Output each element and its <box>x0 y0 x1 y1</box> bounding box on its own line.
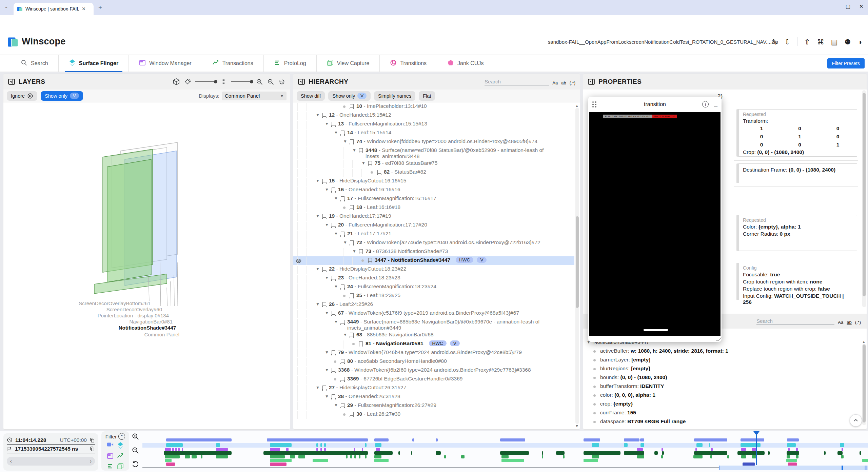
timeline-overview-strip[interactable] <box>719 466 868 470</box>
trace-segment-protolog[interactable] <box>444 455 446 458</box>
proto-row[interactable]: barrierLayer: [empty] <box>583 356 861 365</box>
trace-segment-window-manager[interactable] <box>216 448 228 451</box>
transactions-icon[interactable] <box>117 453 124 461</box>
chip-show-diff[interactable]: Show diff <box>297 91 325 101</box>
screen-recording-icon[interactable] <box>107 442 114 451</box>
trace-segment-screen-recording[interactable] <box>741 438 764 441</box>
trace-segment-transactions[interactable] <box>542 451 543 455</box>
trace-segment-window-manager[interactable] <box>182 448 183 451</box>
expand-arrow-icon[interactable]: ▼ <box>316 301 322 307</box>
tree-row[interactable]: ▼16 - OneHanded:16:16#16 <box>293 186 574 195</box>
expand-arrow-icon[interactable]: ▼ <box>316 178 322 183</box>
rotation-icon[interactable] <box>184 78 191 85</box>
tree-row[interactable]: ▼14 - Leaf:15:15#14 <box>293 129 574 138</box>
zoom-out-icon[interactable] <box>267 78 274 85</box>
trace-segment-window-manager[interactable] <box>711 448 713 451</box>
trace-segment-protolog[interactable] <box>192 455 197 458</box>
trace-segment-protolog[interactable] <box>346 455 348 458</box>
trace-segment-window-manager[interactable] <box>796 448 798 451</box>
trace-segment-window-manager[interactable] <box>362 448 363 451</box>
tree-row[interactable]: ▼24 - FullscreenMagnification:18:23#24 <box>293 283 574 292</box>
tree-row[interactable]: ▼75 - ed70f88 StatusBar#75 <box>293 159 574 168</box>
trace-segment-protolog[interactable] <box>563 455 565 458</box>
tab-protolog[interactable]: ProtoLog <box>264 55 317 72</box>
trace-segment-transactions[interactable] <box>737 451 765 455</box>
trace-segment-transactions[interactable] <box>500 451 529 455</box>
trace-segment-surface-flinger[interactable] <box>741 443 761 447</box>
tab-search-chevron-icon[interactable]: ⌄ <box>4 4 8 9</box>
proto-row[interactable]: blurRegions: [empty] <box>583 365 861 374</box>
trace-segment-transactions[interactable] <box>398 451 400 455</box>
properties-scrollbar[interactable] <box>862 90 866 307</box>
scroll-down-icon[interactable]: ▼ <box>575 424 579 428</box>
tree-row[interactable]: ▼22 - HideDisplayCutout:18:23#22 <box>293 265 574 274</box>
expand-arrow-icon[interactable]: ▼ <box>343 332 350 337</box>
trace-segment-surface-flinger[interactable] <box>840 443 844 447</box>
tab-surface-flinger[interactable]: Surface Flinger <box>59 55 129 72</box>
trace-segment-view-capture[interactable] <box>313 459 328 462</box>
view-capture-icon[interactable] <box>117 463 124 471</box>
tab-transitions[interactable]: Transitions <box>380 55 437 72</box>
tree-row[interactable]: ▼26 - Leaf:24:25#26 <box>293 300 574 309</box>
collapse-panel-icon[interactable] <box>588 78 595 85</box>
tree-row[interactable]: ▼79 - WindowToken{7046b4a type=2024 andr… <box>293 349 574 357</box>
trace-segment-screen-recording[interactable] <box>624 438 639 441</box>
trace-segment-surface-flinger[interactable] <box>216 443 220 447</box>
trace-segment-protolog[interactable] <box>354 455 356 458</box>
trace-segment-view-capture[interactable] <box>501 459 524 462</box>
timeline-pager[interactable]: ‹ › <box>7 457 95 466</box>
trace-segment-view-capture[interactable] <box>584 459 598 462</box>
expand-arrow-icon[interactable]: ▼ <box>361 160 368 165</box>
copy-icon[interactable] <box>90 446 95 452</box>
layer-label[interactable]: NotificationShade#3447 <box>119 325 176 331</box>
download-icon[interactable]: ⇩ <box>784 38 790 45</box>
timeline-zoom-in-icon[interactable] <box>132 433 139 440</box>
proto-row[interactable]: bufferTransform: IDENTITY <box>583 382 861 391</box>
trace-segment-surface-flinger[interactable] <box>640 443 644 447</box>
edit-icon[interactable]: ✎ <box>772 38 778 45</box>
trace-segment-screen-recording[interactable] <box>694 438 727 441</box>
expand-arrow-icon[interactable]: ▼ <box>352 248 359 254</box>
trace-segment-transactions[interactable] <box>860 451 861 455</box>
trace-segment-screen-recording[interactable] <box>787 438 799 441</box>
window-manager-icon[interactable] <box>107 453 114 461</box>
human-timestamp[interactable]: 11:04:14.228 <box>15 437 46 443</box>
tree-row[interactable]: ▼21 - Leaf:17:17#21 <box>293 230 574 239</box>
trace-segment-protolog[interactable] <box>374 455 381 458</box>
trace-segment-screen-recording[interactable] <box>640 438 644 441</box>
window-maximize-icon[interactable]: ▢ <box>846 3 850 9</box>
expand-arrow-icon[interactable]: ▼ <box>325 367 332 372</box>
expand-arrow-icon[interactable]: ▼ <box>352 147 359 153</box>
trace-segment-protolog[interactable] <box>787 455 790 458</box>
surface-flinger-icon[interactable] <box>117 442 124 451</box>
scroll-up-icon[interactable]: ▲ <box>575 104 579 108</box>
tree-row[interactable]: ▼3368 - WindowToken{f6b2f60 type=2024 an… <box>293 366 574 375</box>
chip-simplify-names[interactable]: Simplify names <box>374 91 415 101</box>
page-next-icon[interactable]: › <box>90 458 92 464</box>
trace-segment-surface-flinger[interactable] <box>696 443 703 447</box>
trace-segment-window-manager[interactable] <box>637 448 643 451</box>
collapse-timeline-button[interactable] <box>850 414 862 427</box>
tree-row[interactable]: ▼13 - FullscreenMagnification:15:15#13 <box>293 120 574 129</box>
trace-segment-transactions[interactable] <box>654 451 658 455</box>
proto-row[interactable]: crop: {empty} <box>583 400 861 409</box>
shortcuts-icon[interactable]: ⌘ <box>817 38 824 45</box>
nano-timestamp[interactable]: 1715339054227572545 ns <box>15 446 78 452</box>
expand-arrow-icon[interactable]: ▼ <box>316 385 322 390</box>
trace-segment-view-capture[interactable] <box>786 459 797 462</box>
popup-header[interactable]: transition i _ <box>588 97 722 112</box>
trace-segment-protolog[interactable] <box>365 455 367 458</box>
trace-segment-protolog[interactable] <box>290 455 295 458</box>
trace-segment-protolog[interactable] <box>710 455 712 458</box>
show-only-chip-layers[interactable]: Show only V <box>41 91 83 101</box>
tree-row[interactable]: ▼3448 - Surface(name=ed70f88 StatusBar)/… <box>293 146 574 159</box>
trace-segment-transactions[interactable] <box>624 451 644 455</box>
trace-segment-protolog[interactable] <box>841 455 844 458</box>
rotation-slider[interactable] <box>195 81 216 82</box>
tree-row[interactable]: ▼27 - HideDisplayCutout:26:31#27 <box>293 384 574 393</box>
trace-segment-view-capture[interactable] <box>374 459 389 462</box>
timeline-reset-zoom-icon[interactable] <box>132 460 139 468</box>
documentation-icon[interactable]: ▤ <box>831 38 838 45</box>
proto-row[interactable]: color: (0, 0, 0), alpha: 1 <box>583 391 861 400</box>
tab-view-capture[interactable]: View Capture <box>317 55 380 72</box>
